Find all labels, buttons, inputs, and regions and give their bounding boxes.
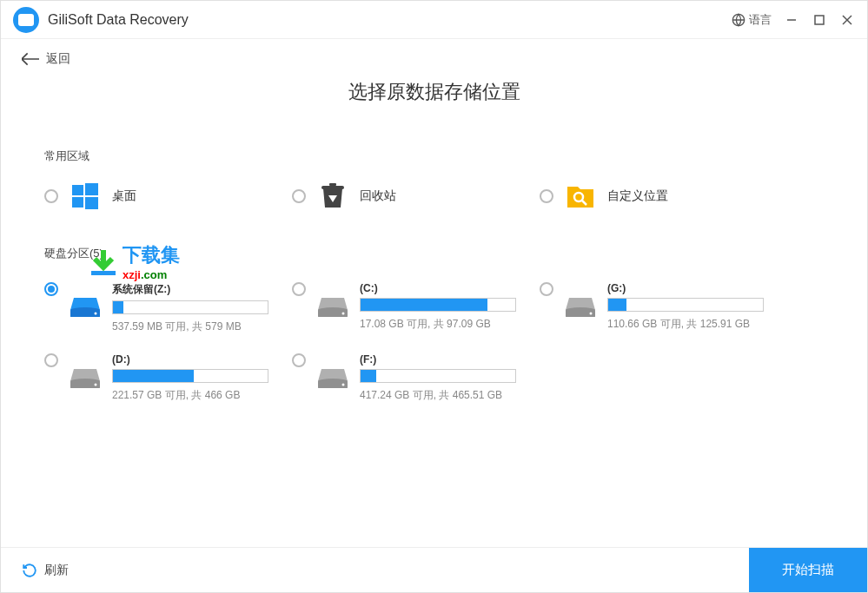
windows-icon [70,181,100,211]
option-custom[interactable]: 自定义位置 [540,181,787,211]
svg-rect-2 [815,16,824,24]
footer: 刷新 开始扫描 [1,547,867,592]
radio-icon [44,353,58,367]
option-label: 自定义位置 [607,188,668,204]
titlebar: GiliSoft Data Recovery 语言 [1,1,867,39]
drive-item[interactable]: (D:) 221.57 GB 可用, 共 466 GB [44,353,292,403]
drive-item[interactable]: 系统保留(Z:) 537.59 MB 可用, 共 579 MB [44,282,292,334]
radio-icon [292,189,306,203]
svg-rect-9 [321,186,344,189]
option-label: 回收站 [360,188,396,204]
svg-rect-10 [329,183,336,186]
svg-rect-5 [72,185,83,195]
trash-icon [318,181,348,211]
drive-label: (F:) [360,353,540,366]
refresh-button[interactable]: 刷新 [22,563,69,578]
app-title: GiliSoft Data Recovery [48,12,189,28]
globe-icon [732,13,745,27]
radio-icon [44,282,58,296]
drive-icon [70,367,100,390]
drive-icon [318,296,348,319]
svg-point-24 [95,384,97,386]
drive-stats: 417.24 GB 可用, 共 465.51 GB [360,388,540,403]
arrow-left-icon [22,52,39,66]
drive-label: (D:) [112,353,292,366]
drive-item[interactable]: (F:) 417.24 GB 可用, 共 465.51 GB [292,353,540,403]
drive-stats: 17.08 GB 可用, 共 97.09 GB [360,317,540,332]
svg-point-15 [95,313,97,315]
drive-label: (C:) [360,282,540,294]
language-label: 语言 [749,12,772,28]
svg-rect-6 [85,183,98,195]
refresh-icon [22,563,37,578]
option-label: 桌面 [112,188,136,204]
radio-icon [292,353,306,367]
svg-point-21 [590,313,593,315]
drive-usage-bar [112,369,268,383]
drive-stats: 221.57 GB 可用, 共 466 GB [112,388,292,403]
drive-label: 系统保留(Z:) [112,282,292,297]
radio-icon [44,189,58,203]
scan-label: 开始扫描 [782,562,834,578]
refresh-label: 刷新 [44,563,69,578]
drive-icon [566,296,595,319]
drive-stats: 110.66 GB 可用, 共 125.91 GB [607,317,787,332]
scan-button[interactable]: 开始扫描 [749,548,867,593]
option-desktop[interactable]: 桌面 [44,181,292,211]
drive-item[interactable]: (G:) 110.66 GB 可用, 共 125.91 GB [540,282,787,334]
radio-icon [540,282,553,296]
drive-icon [70,296,100,319]
page-title: 选择原数据存储位置 [1,79,867,105]
back-button[interactable]: 返回 [1,39,91,67]
app-logo-icon [13,7,39,33]
minimize-button[interactable] [784,12,799,28]
drive-usage-bar [360,298,516,312]
drive-usage-bar [360,369,516,383]
option-recycle[interactable]: 回收站 [292,181,540,211]
svg-rect-8 [85,197,98,209]
drive-label: (G:) [607,282,787,294]
drive-usage-bar [607,298,764,312]
section-partitions-title: 硬盘分区(5) [44,246,824,261]
language-button[interactable]: 语言 [732,12,772,28]
drive-usage-bar [112,300,268,314]
drive-item[interactable]: (C:) 17.08 GB 可用, 共 97.09 GB [292,282,540,334]
folder-search-icon [566,181,595,211]
radio-icon [292,282,306,296]
drive-icon [318,367,348,390]
drive-stats: 537.59 MB 可用, 共 579 MB [112,320,292,334]
close-button[interactable] [839,12,855,28]
maximize-button[interactable] [812,12,827,28]
back-label: 返回 [46,51,70,67]
svg-point-18 [342,313,345,315]
radio-icon [540,189,553,203]
svg-rect-7 [72,197,83,208]
section-common-title: 常用区域 [44,148,824,164]
svg-point-27 [342,384,345,386]
